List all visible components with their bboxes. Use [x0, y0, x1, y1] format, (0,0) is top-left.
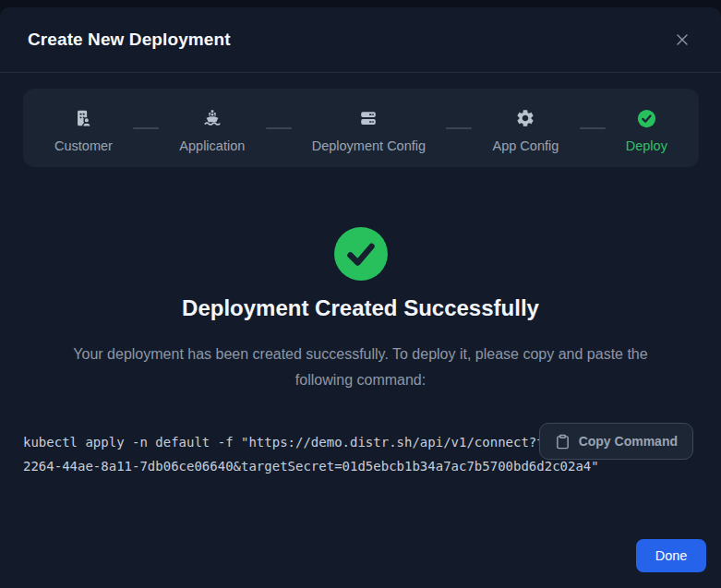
step-connector	[580, 127, 606, 129]
step-label: Deployment Config	[312, 138, 426, 153]
step-connector	[446, 127, 472, 129]
create-deployment-modal: Create New Deployment Customer	[0, 7, 721, 588]
ship-icon	[202, 108, 222, 128]
circle-check-icon	[637, 108, 656, 128]
success-check-icon	[334, 227, 388, 281]
step-connector	[266, 127, 292, 129]
success-heading: Deployment Created Successfully	[0, 295, 721, 321]
done-button[interactable]: Done	[636, 539, 706, 572]
step-label: Deploy	[626, 138, 667, 153]
step-deployment-config[interactable]: Deployment Config	[312, 108, 426, 153]
step-customer[interactable]: Customer	[54, 108, 113, 153]
command-section: kubectl apply -n default -f "https://dem…	[0, 423, 721, 497]
step-application[interactable]: Application	[179, 108, 245, 153]
header-divider	[0, 72, 721, 73]
close-button[interactable]	[671, 29, 693, 51]
gear-icon	[515, 108, 535, 128]
step-app-config[interactable]: App Config	[493, 108, 559, 153]
modal-header: Create New Deployment	[0, 7, 721, 72]
modal-title: Create New Deployment	[28, 30, 231, 50]
copy-command-button[interactable]: Copy Command	[539, 423, 693, 460]
step-label: Customer	[54, 138, 113, 153]
server-icon	[358, 108, 379, 128]
step-connector	[133, 127, 159, 129]
step-label: Application	[179, 138, 245, 153]
clipboard-icon	[555, 434, 571, 450]
step-deploy[interactable]: Deploy	[626, 108, 667, 153]
copy-command-label: Copy Command	[579, 434, 678, 449]
deployment-stepper: Customer Application	[23, 89, 699, 167]
success-description: Your deployment has been created success…	[47, 342, 675, 393]
step-label: App Config	[493, 138, 559, 153]
building-user-icon	[73, 108, 93, 128]
close-icon	[675, 32, 690, 47]
